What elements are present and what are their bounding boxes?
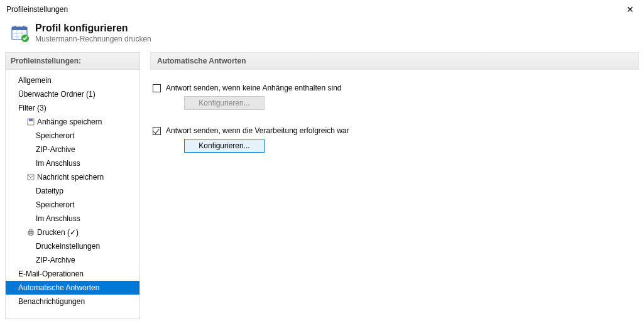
header-title: Profil konfigurieren: [35, 23, 151, 34]
settings-sidebar: Profileinstellungen: Allgemein Überwacht…: [5, 52, 140, 319]
header-subtitle: Mustermann-Rechnungen drucken: [35, 35, 151, 43]
checkbox-success[interactable]: [153, 127, 161, 135]
sidebar-item-anhaenge-speicherort[interactable]: Speicherort: [6, 129, 139, 143]
sidebar-item-label: Speicherort: [36, 131, 74, 141]
sidebar-item-benachrichtigungen[interactable]: Benachrichtigungen: [6, 295, 139, 308]
sidebar-item-label: E-Mail-Operationen: [18, 269, 84, 279]
sidebar-item-nachricht-speicherort[interactable]: Speicherort: [6, 198, 139, 212]
sidebar-item-label: Druckeinstellungen: [36, 241, 100, 251]
option-success: Antwort senden, wenn die Verarbeitung er…: [153, 126, 636, 153]
dialog-header: Profil konfigurieren Mustermann-Rechnung…: [0, 19, 644, 52]
sidebar-item-label: Benachrichtigungen: [18, 297, 85, 307]
option-no-attachments: Antwort senden, wenn keine Anhänge entha…: [153, 84, 636, 110]
sidebar-item-label: ZIP-Archive: [36, 255, 75, 265]
window-title: Profileinstellungen: [6, 5, 68, 14]
save-message-icon: [27, 173, 35, 181]
main-section-title: Automatische Antworten: [150, 52, 639, 70]
option-label: Antwort senden, wenn die Verarbeitung er…: [166, 126, 349, 135]
close-button[interactable]: ✕: [616, 0, 644, 19]
sidebar-item-label: Dateityp: [36, 186, 63, 196]
main-content: Antwort senden, wenn keine Anhänge entha…: [150, 70, 639, 171]
sidebar-item-drucken-zip[interactable]: ZIP-Archive: [6, 253, 139, 267]
dialog-body: Profileinstellungen: Allgemein Überwacht…: [0, 52, 644, 319]
sidebar-item-label: Anhänge speichern: [37, 117, 102, 127]
sidebar-item-allgemein[interactable]: Allgemein: [6, 73, 139, 87]
sidebar-item-anhaenge-zip[interactable]: ZIP-Archive: [6, 143, 139, 156]
sidebar-item-label: Allgemein: [18, 75, 52, 85]
sidebar-item-label: Drucken (✓): [37, 227, 79, 237]
sidebar-item-label: Speicherort: [36, 200, 74, 210]
svg-rect-13: [30, 229, 32, 231]
sidebar-item-label: Automatische Antworten: [18, 283, 99, 293]
configure-success-button[interactable]: Konfigurieren...: [184, 139, 265, 153]
save-attachments-icon: [27, 118, 35, 126]
sidebar-item-nachricht-speichern[interactable]: Nachricht speichern: [6, 170, 139, 184]
profile-calendar-icon: [11, 24, 29, 42]
sidebar-item-anhaenge-im-anschluss[interactable]: Im Anschluss: [6, 156, 139, 170]
sidebar-item-drucken[interactable]: Drucken (✓): [6, 226, 139, 239]
sidebar-item-ueberwachte-ordner[interactable]: Überwachte Ordner (1): [6, 87, 139, 101]
option-label: Antwort senden, wenn keine Anhänge entha…: [166, 84, 342, 92]
sidebar-item-label: ZIP-Archive: [36, 144, 75, 155]
sidebar-item-druckeinstellungen[interactable]: Druckeinstellungen: [6, 239, 139, 253]
svg-rect-10: [29, 119, 33, 121]
checkbox-no-attachments[interactable]: [153, 84, 161, 92]
sidebar-item-label: Im Anschluss: [36, 158, 80, 168]
sidebar-item-label: Im Anschluss: [36, 214, 80, 224]
sidebar-item-nachricht-im-anschluss[interactable]: Im Anschluss: [6, 212, 139, 226]
sidebar-item-nachricht-dateityp[interactable]: Dateityp: [6, 184, 139, 198]
sidebar-item-email-operationen[interactable]: E-Mail-Operationen: [6, 267, 139, 281]
sidebar-item-label: Filter (3): [18, 103, 46, 113]
button-label: Konfigurieren...: [199, 141, 249, 150]
sidebar-item-label: Nachricht speichern: [37, 172, 104, 182]
sidebar-item-anhaenge-speichern[interactable]: Anhänge speichern: [6, 115, 139, 129]
printer-icon: [27, 229, 35, 236]
title-bar: Profileinstellungen ✕: [0, 0, 644, 19]
sidebar-item-filter[interactable]: Filter (3): [6, 101, 139, 115]
settings-tree: Allgemein Überwachte Ordner (1) Filter (…: [6, 70, 139, 318]
main-panel: Automatische Antworten Antwort senden, w…: [150, 52, 639, 319]
sidebar-section-title: Profileinstellungen:: [6, 53, 139, 70]
close-icon: ✕: [626, 4, 634, 14]
svg-rect-1: [12, 27, 27, 30]
sidebar-item-automatische-antworten[interactable]: Automatische Antworten: [6, 281, 139, 295]
header-text: Profil konfigurieren Mustermann-Rechnung…: [35, 23, 151, 43]
button-label: Konfigurieren...: [199, 99, 249, 107]
configure-no-attachments-button: Konfigurieren...: [184, 96, 265, 110]
svg-rect-14: [30, 234, 32, 236]
sidebar-item-label: Überwachte Ordner (1): [18, 89, 96, 99]
